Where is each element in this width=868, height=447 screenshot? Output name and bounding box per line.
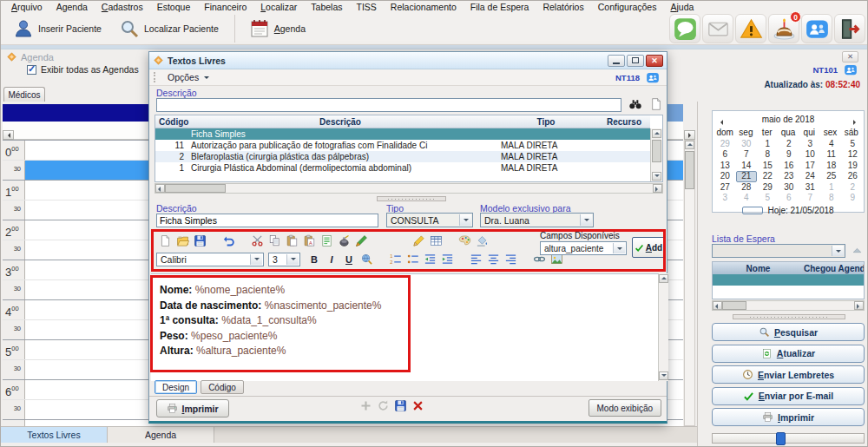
record-action[interactable]: [359, 399, 372, 412]
calendar-day[interactable]: 19: [842, 161, 864, 171]
editor-tool[interactable]: [473, 233, 490, 249]
record-action[interactable]: [411, 399, 424, 412]
calendar-day[interactable]: 31: [799, 182, 821, 193]
add-field-button[interactable]: Add: [632, 237, 665, 258]
view-tab[interactable]: Código: [201, 380, 244, 394]
menu-item[interactable]: Fila de Espera: [464, 2, 536, 12]
calendar-prev-icon[interactable]: [718, 115, 725, 128]
menu-item[interactable]: Relacionamento: [384, 2, 464, 12]
calendar-day[interactable]: 17: [799, 161, 821, 171]
editor-content[interactable]: Nome: %nome_paciente%Data de nascimento:…: [151, 273, 658, 381]
calendar-day[interactable]: 26: [842, 171, 864, 181]
menu-item[interactable]: Arquivo: [4, 2, 49, 12]
calendar-day[interactable]: 2: [842, 182, 864, 193]
table-row[interactable]: Ficha Simples: [155, 128, 650, 140]
descricao-input[interactable]: [156, 214, 378, 227]
menu-item[interactable]: Relatórios: [536, 2, 590, 12]
table-row[interactable]: 2Blefaroplastia (cirurgia plástica das p…: [155, 151, 650, 162]
close-icon[interactable]: [842, 51, 858, 62]
calendar-day[interactable]: 23: [779, 171, 800, 181]
calendar-next-icon[interactable]: [852, 115, 858, 128]
modelo-select[interactable]: Dra. Luana: [480, 213, 594, 227]
menu-item[interactable]: TISS: [350, 2, 384, 12]
calendar-day[interactable]: 29: [757, 182, 779, 193]
calendar-day[interactable]: 7: [799, 193, 821, 203]
opcoes-menu[interactable]: Opções: [162, 71, 214, 83]
editor-tool[interactable]: [421, 252, 438, 267]
font-size-select[interactable]: 3: [268, 253, 300, 266]
calendar-day[interactable]: 10: [799, 149, 821, 160]
find-button[interactable]: [627, 97, 644, 113]
scroll-right-icon[interactable]: [684, 130, 695, 140]
record-action[interactable]: [394, 399, 407, 412]
calendar-day[interactable]: 4: [736, 193, 758, 203]
scroll-left-icon[interactable]: [3, 130, 14, 140]
descricao-search-input[interactable]: [156, 98, 621, 112]
maximize-icon[interactable]: [627, 55, 644, 67]
bottom-tab[interactable]: Agenda: [108, 427, 214, 443]
calendar-day[interactable]: 12: [842, 149, 864, 160]
tipo-select[interactable]: CONSULTA: [386, 213, 473, 227]
toolbar-button[interactable]: Inserir Paciente: [4, 15, 110, 43]
editor-tool[interactable]: U: [340, 252, 358, 267]
editor-tool[interactable]: [174, 233, 191, 249]
calendar-day[interactable]: 22: [757, 171, 779, 181]
calendar-day[interactable]: 28: [736, 182, 758, 193]
calendar-day[interactable]: 14: [736, 161, 758, 171]
editor-scrollbar[interactable]: [658, 273, 668, 381]
calendar-day[interactable]: 30: [736, 139, 758, 149]
minimize-icon[interactable]: [608, 55, 625, 67]
menu-item[interactable]: Cadastros: [95, 2, 150, 12]
calendar-day[interactable]: 3: [714, 193, 736, 203]
calendar-day[interactable]: 13: [714, 161, 736, 171]
table-scrollbar[interactable]: [650, 128, 662, 181]
calendar-day[interactable]: 3: [799, 139, 821, 149]
collapse-icon[interactable]: [849, 245, 865, 257]
sidebar-button[interactable]: Pesquisar: [712, 323, 865, 341]
calendar-day[interactable]: 29: [714, 139, 736, 149]
calendar-day[interactable]: 9: [779, 149, 800, 160]
editor-tool[interactable]: [283, 233, 300, 249]
calendar-day[interactable]: 5: [757, 193, 779, 203]
imprimir-button[interactable]: Imprimir: [156, 399, 229, 417]
waitlist-row[interactable]: [713, 274, 864, 286]
calendar-day[interactable]: 2: [779, 139, 800, 149]
calendar-day[interactable]: 6: [714, 149, 736, 160]
menu-item[interactable]: Agenda: [49, 2, 95, 12]
editor-tool[interactable]: [386, 252, 404, 267]
calendar-day[interactable]: 30: [779, 182, 800, 193]
editor-tool[interactable]: [266, 233, 283, 249]
menu-item[interactable]: Ajuda: [663, 2, 700, 12]
sidebar-button[interactable]: Enviar Lembretes: [712, 365, 865, 384]
calendar-day[interactable]: 16: [779, 161, 800, 171]
editor-tool[interactable]: [318, 233, 335, 249]
editor-tool[interactable]: [358, 252, 375, 267]
tab-medicos[interactable]: Médicos: [3, 87, 45, 102]
editor-tool[interactable]: [438, 252, 456, 267]
table-hscrollbar[interactable]: [155, 183, 663, 194]
calendar-day[interactable]: 21: [736, 171, 758, 181]
new-record-button[interactable]: [648, 97, 665, 113]
modo-exibicao-button[interactable]: Modo exibição: [589, 399, 661, 417]
agenda-scrollbar[interactable]: [684, 140, 695, 426]
status-tile[interactable]: [834, 14, 865, 43]
calendar-day[interactable]: 11: [821, 149, 843, 160]
bottom-tab[interactable]: Textos Livres: [1, 427, 108, 443]
menu-item[interactable]: Configurações: [591, 2, 664, 12]
editor-tool[interactable]: [335, 233, 352, 249]
calendar-day[interactable]: 15: [757, 161, 779, 171]
calendar-day[interactable]: 18: [821, 161, 843, 171]
toolbar-button[interactable]: Localizar Paciente: [110, 15, 227, 43]
calendar-day[interactable]: 1: [757, 139, 779, 149]
table-row[interactable]: 1Cirurgia Plástica Abdominal (dermolipec…: [155, 162, 650, 174]
editor-tool[interactable]: I: [323, 252, 340, 267]
zoom-slider[interactable]: [712, 433, 865, 444]
menu-item[interactable]: Estoque: [150, 2, 198, 12]
menu-item[interactable]: Localizar: [253, 2, 304, 12]
editor-tool[interactable]: [502, 252, 519, 267]
editor-tool[interactable]: [352, 233, 370, 249]
splitter-handle[interactable]: [733, 314, 845, 319]
show-all-agendas-checkbox[interactable]: Exibir todas as Agendas: [27, 64, 139, 75]
editor-tool[interactable]: [300, 233, 318, 249]
calendar-day[interactable]: 8: [821, 193, 843, 203]
